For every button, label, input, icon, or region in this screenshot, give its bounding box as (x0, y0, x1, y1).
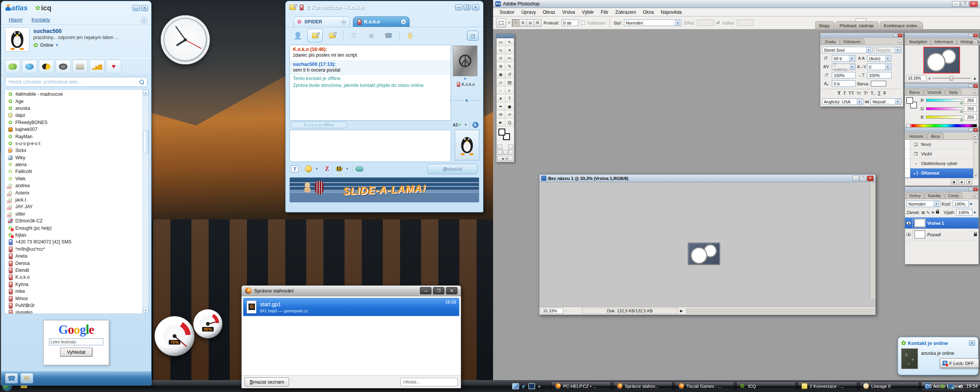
clock[interactable]: 19:54 (966, 384, 978, 389)
history-step[interactable]: Oříznout (905, 168, 973, 178)
scroll-up-icon[interactable]: ▲ (143, 90, 149, 96)
standard-mode-button[interactable] (497, 145, 502, 149)
google-search-input[interactable] (49, 338, 103, 345)
menu-item[interactable]: Úpravy (518, 8, 539, 16)
panel-titlebar[interactable]: —x (905, 127, 978, 132)
send-message-icon[interactable] (307, 29, 323, 42)
panel-color-swatches[interactable] (906, 97, 918, 110)
contact-row[interactable]: Kytína (5, 281, 142, 288)
channel-value[interactable]: 255 (964, 97, 977, 103)
menu-item[interactable]: Nápověda (657, 8, 685, 16)
buzz-icon[interactable] (336, 166, 343, 172)
delete-state-icon[interactable]: 🗑 (966, 180, 972, 185)
selection-mode-subtract[interactable]: ⊟ (526, 19, 534, 27)
contact-row[interactable]: Enought (pc help) (5, 224, 142, 231)
history-step[interactable]: Obdélníkový výběr (905, 159, 973, 168)
channel-slider[interactable] (926, 107, 962, 110)
history-step[interactable]: Nový (905, 140, 973, 149)
lock-pixels-icon[interactable]: ✎ (926, 210, 930, 215)
menu-item[interactable]: Výběr (578, 8, 597, 16)
panel-tab[interactable]: Navigátor (906, 38, 931, 45)
lock-all-icon[interactable] (936, 211, 939, 214)
chevron-down-icon[interactable]: ▼ (315, 167, 318, 171)
strikethrough-button[interactable]: T (883, 90, 886, 96)
internet-explorer-icon[interactable]: e (522, 383, 525, 389)
games-icon[interactable] (356, 167, 363, 172)
panel-titlebar[interactable]: —x (905, 33, 978, 38)
text-color-swatch[interactable] (871, 81, 886, 87)
lock-position-icon[interactable]: ✛ (931, 210, 934, 215)
quickmask-mode-button[interactable] (508, 145, 513, 149)
google-search-button[interactable]: Vyhledat (60, 348, 92, 356)
contact-row[interactable]: +420 73 9024072 [42] SMS (5, 238, 142, 245)
my-computer-icon[interactable] (528, 383, 535, 389)
contact-row[interactable]: jack.t (5, 196, 142, 203)
flock-indicator[interactable]: F F Lock: OFF (940, 358, 979, 368)
tv-icon[interactable] (22, 60, 37, 74)
new-snapshot-icon[interactable]: ◉ (959, 180, 965, 185)
navigator-thumbnail[interactable] (923, 47, 960, 74)
subscript-button[interactable]: T₁ (871, 90, 875, 96)
panel-tab[interactable]: Kanály (924, 192, 944, 199)
avatar[interactable] (5, 27, 29, 52)
tool-button[interactable]: ◼ (505, 103, 514, 111)
panel-menu-icon[interactable]: ▸ (973, 90, 978, 95)
contact-row[interactable]: RayMan (5, 133, 142, 140)
contact-row[interactable]: *m!lh@us*rcc* (5, 246, 142, 253)
contact-row[interactable]: s-u-s-p-e-c-t (5, 140, 142, 147)
document-canvas[interactable] (539, 182, 875, 307)
ad-banner[interactable]: SLIDE-A-LAMA! (289, 177, 479, 203)
conversation-tab[interactable]: SPIDER ✕ (293, 16, 350, 27)
opacity-field[interactable]: 100% (953, 201, 969, 207)
channel-value[interactable]: 255 (964, 114, 977, 120)
call-icon[interactable]: ✆ (346, 29, 362, 42)
show-desktop-icon[interactable] (512, 383, 519, 389)
history-source-well[interactable] (905, 168, 910, 178)
tool-button[interactable]: ✶ (505, 46, 514, 54)
tray-chevron-icon[interactable]: ‹ (935, 384, 937, 389)
minimize-button[interactable]: — (132, 5, 140, 11)
font-size-select[interactable]: 69 b▾ (832, 55, 856, 62)
photoshop-titlebar[interactable]: Ps Adobe Photoshop — ❐ ✕ (493, 0, 980, 8)
menu-item[interactable]: Filtr (597, 8, 612, 16)
panel-menu-icon[interactable]: ▸ (973, 193, 978, 198)
video-icon[interactable] (56, 60, 71, 74)
send-file-icon[interactable]: ✋ (403, 29, 418, 42)
maximize-button[interactable]: ❐ (433, 287, 444, 294)
feather-input[interactable] (562, 20, 578, 26)
panel-tab[interactable]: Historie (906, 133, 927, 139)
taskbar-button[interactable]: Správce stahov... (613, 382, 673, 391)
games-icon[interactable] (5, 60, 20, 74)
channel-value[interactable]: 255 (964, 106, 977, 112)
panel-menu-icon[interactable]: ▸ (973, 39, 978, 44)
selection-mode-new[interactable]: □ (512, 19, 519, 27)
tool-button[interactable]: # (497, 54, 505, 62)
doc-close-button[interactable]: ✕ (867, 176, 874, 181)
scrollbar-thumb[interactable] (143, 131, 149, 154)
channel-slider[interactable] (926, 99, 962, 102)
contact-row[interactable]: Age (5, 98, 142, 105)
tool-button[interactable]: ✎ (505, 62, 514, 70)
tool-button[interactable]: ✒ (497, 103, 505, 111)
layer-row[interactable]: Pozadí (905, 229, 978, 240)
text-format-icon[interactable]: T (291, 165, 299, 172)
close-button[interactable]: ✕ (446, 287, 457, 294)
zoom-slider-thumb[interactable] (950, 76, 953, 81)
contact-row[interactable]: K.o.k.o (5, 274, 142, 281)
canvas-image-selection[interactable] (688, 243, 720, 265)
panel-tab[interactable]: Vrstvy (906, 192, 924, 199)
contact-row[interactable]: FalllcoN (5, 168, 142, 175)
contact-row[interactable]: FReedyBONES (5, 119, 142, 126)
leading-select[interactable]: (Auto)▾ (867, 55, 892, 62)
clear-list-button[interactable]: SSmazat seznam (245, 377, 289, 387)
contact-row[interactable]: Elendil (5, 267, 142, 274)
panel-close-icon[interactable]: x (973, 84, 978, 88)
icq-tray-icon[interactable]: ✿ (940, 383, 945, 389)
taskbar-button[interactable]: ICQ (736, 382, 796, 391)
close-button[interactable]: ✕ (472, 4, 479, 10)
tool-button[interactable]: T (505, 95, 514, 103)
panel-close-icon[interactable]: x (973, 188, 978, 191)
tool-button[interactable]: ↺ (505, 70, 514, 78)
fill-slider-arrow[interactable]: ▶ (974, 211, 976, 214)
taskbar-button[interactable]: Lineage II (859, 382, 919, 391)
